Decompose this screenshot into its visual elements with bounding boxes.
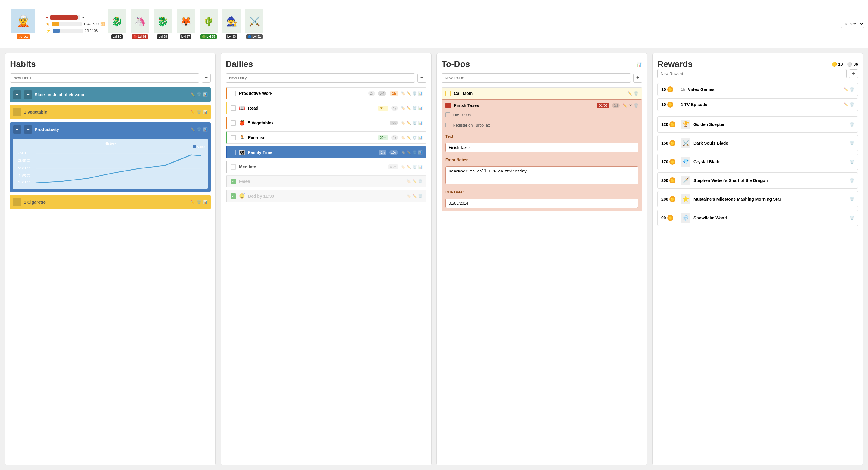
todo-notes-input[interactable]: Remember to call CPA on Wednesday — [445, 166, 638, 184]
daily-checkbox[interactable] — [230, 120, 236, 126]
close-icon[interactable]: ✕ — [629, 103, 632, 107]
subtask-row: File 1099s — [445, 111, 638, 118]
delete-icon[interactable]: 🗑️ — [197, 110, 201, 114]
daily-item: 🏃 Exercise 20m 1↑ 🏷️ ✏️ 🗑️ 📊 — [226, 131, 427, 144]
todo-text-input[interactable] — [445, 143, 638, 152]
stats-icon[interactable]: 📊 — [418, 121, 423, 125]
todo-date-input[interactable] — [445, 198, 638, 208]
todo-checkbox[interactable] — [445, 91, 451, 96]
svg-text:100: 100 — [18, 181, 31, 184]
add-reward-button[interactable]: + — [849, 69, 858, 78]
add-daily-button[interactable]: + — [417, 73, 427, 83]
edit-icon[interactable]: ✏️ — [407, 91, 411, 95]
reward-cost: 200 🟡 — [661, 178, 678, 184]
delete-icon[interactable]: 🗑️ — [849, 122, 854, 127]
subtask-checkbox[interactable] — [445, 113, 450, 117]
tag-icon[interactable]: 🏷️ — [401, 91, 405, 95]
new-todo-input[interactable] — [441, 73, 631, 83]
habit-minus-button[interactable]: − — [24, 125, 32, 134]
delete-icon[interactable]: 🗑️ — [412, 91, 417, 95]
edit-icon[interactable]: ✏️ — [412, 194, 417, 198]
edit-icon[interactable]: ✏️ — [407, 121, 411, 125]
add-todo-button[interactable]: + — [633, 73, 642, 83]
edit-icon[interactable]: ✏️ — [844, 87, 848, 92]
delete-icon[interactable]: 🗑️ — [634, 103, 638, 107]
stats-icon[interactable]: 📊 — [203, 93, 208, 97]
edit-icon[interactable]: ✏️ — [844, 102, 848, 107]
hp-label: ♥ — [82, 15, 84, 20]
delete-icon[interactable]: 🗑️ — [412, 135, 417, 140]
add-habit-button[interactable]: + — [202, 73, 211, 83]
stats-icon[interactable]: 📊 — [203, 110, 208, 114]
todo-item-expanded: Finish Taxes 01/06 0/2 ✏️ ✕ 🗑️ File 1099… — [441, 99, 642, 211]
stats-icon[interactable]: 📊 — [418, 135, 423, 140]
todo-date-badge: 01/06 — [597, 103, 609, 108]
edit-icon[interactable]: ✏️ — [407, 106, 411, 110]
habit-minus-button[interactable]: − — [13, 198, 22, 207]
tag-icon[interactable]: 🏷️ — [401, 150, 405, 155]
delete-icon[interactable]: 🗑️ — [197, 200, 201, 204]
delete-icon[interactable]: 🗑️ — [849, 87, 854, 92]
new-reward-input[interactable] — [657, 69, 846, 78]
new-habit-input[interactable] — [10, 73, 199, 83]
delete-icon[interactable]: 🗑️ — [412, 165, 417, 169]
edit-icon[interactable]: ✏️ — [190, 93, 195, 97]
tag-icon[interactable]: 🏷️ — [401, 135, 405, 140]
new-daily-input[interactable] — [226, 73, 415, 83]
delete-icon[interactable]: 🗑️ — [634, 91, 638, 95]
delete-icon[interactable]: 🗑️ — [412, 106, 417, 110]
todo-name: Call Mom — [454, 91, 624, 96]
daily-checkbox[interactable] — [230, 150, 236, 155]
stats-icon[interactable]: 📊 — [418, 165, 423, 169]
daily-checkbox[interactable] — [230, 91, 236, 96]
daily-checkbox[interactable]: ✓ — [230, 193, 236, 199]
edit-icon[interactable]: ✏️ — [407, 150, 411, 155]
daily-actions: 🏷️ ✏️ 🗑️ 📊 — [401, 106, 423, 110]
habit-minus-button[interactable]: − — [24, 90, 32, 99]
edit-icon[interactable]: ✏️ — [190, 200, 195, 204]
delete-icon[interactable]: 🗑️ — [197, 127, 201, 132]
reward-name: Snowflake Wand — [693, 215, 846, 220]
delete-icon[interactable]: 🗑️ — [849, 160, 854, 164]
tag-icon[interactable]: 🏷️ — [401, 165, 405, 169]
delete-icon[interactable]: 🗑️ — [849, 102, 854, 107]
daily-checkbox[interactable] — [230, 164, 236, 169]
reward-amount: 170 — [661, 159, 668, 164]
stats-icon[interactable]: 📊 — [418, 91, 423, 95]
habit-plus-button[interactable]: + — [13, 90, 22, 99]
tag-icon[interactable]: 🏷️ — [407, 179, 411, 184]
tag-icon[interactable]: 🏷️ — [407, 194, 411, 198]
stats-icon[interactable]: 📊 — [203, 127, 208, 132]
edit-icon[interactable]: ✏️ — [412, 179, 417, 184]
edit-icon[interactable]: ✏️ — [623, 103, 627, 107]
tag-icon[interactable]: 🏷️ — [401, 121, 405, 125]
tag-icon[interactable]: 🏷️ — [401, 106, 405, 110]
subtask-checkbox[interactable] — [445, 123, 450, 127]
delete-icon[interactable]: 🗑️ — [849, 216, 854, 220]
daily-checkbox[interactable] — [230, 135, 236, 140]
habit-plus-button[interactable]: + — [13, 125, 22, 134]
daily-checkbox[interactable] — [230, 105, 236, 111]
edit-icon[interactable]: ✏️ — [407, 165, 411, 169]
delete-icon[interactable]: 🗑️ — [412, 150, 417, 155]
user-dropdown[interactable]: lefnire — [841, 20, 864, 28]
edit-icon[interactable]: ✏️ — [627, 91, 632, 95]
stats-icon[interactable]: 📊 — [636, 61, 642, 67]
daily-checkbox[interactable]: ✓ — [230, 179, 236, 184]
edit-icon[interactable]: ✏️ — [190, 110, 195, 114]
delete-icon[interactable]: 🗑️ — [418, 194, 423, 198]
habit-plus-button[interactable]: + — [13, 108, 22, 116]
edit-icon[interactable]: ✏️ — [190, 127, 195, 132]
delete-icon[interactable]: 🗑️ — [849, 178, 854, 183]
daily-count: 0/4 — [378, 91, 386, 96]
stats-icon[interactable]: 📊 — [418, 106, 423, 110]
delete-icon[interactable]: 🗑️ — [849, 197, 854, 201]
stats-icon[interactable]: 📊 — [418, 150, 423, 155]
delete-icon[interactable]: 🗑️ — [412, 121, 417, 125]
delete-icon[interactable]: 🗑️ — [197, 93, 201, 97]
delete-icon[interactable]: 🗑️ — [418, 179, 423, 184]
stats-icon[interactable]: 📊 — [203, 200, 208, 204]
todo-checkbox[interactable] — [445, 103, 451, 108]
edit-icon[interactable]: ✏️ — [407, 135, 411, 140]
delete-icon[interactable]: 🗑️ — [849, 141, 854, 145]
